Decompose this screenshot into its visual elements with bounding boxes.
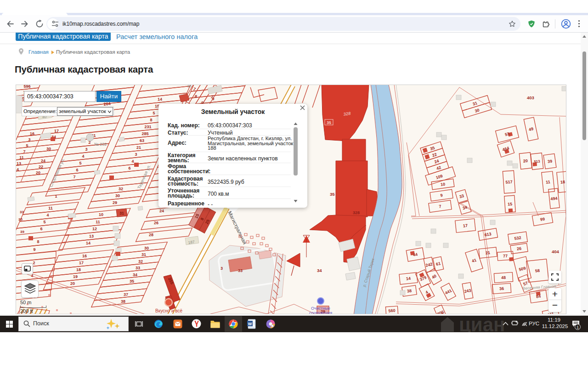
svg-text:6: 6 bbox=[40, 227, 42, 231]
svg-text:596: 596 bbox=[23, 85, 30, 89]
svg-text:11: 11 bbox=[96, 220, 100, 224]
svg-text:39: 39 bbox=[20, 230, 24, 234]
svg-text:31: 31 bbox=[119, 211, 124, 216]
svg-text:494: 494 bbox=[550, 196, 558, 201]
svg-text:21: 21 bbox=[486, 250, 491, 255]
svg-text:35: 35 bbox=[130, 279, 134, 284]
svg-text:285: 285 bbox=[141, 131, 148, 136]
svg-text:6: 6 bbox=[76, 168, 78, 172]
svg-text:39: 39 bbox=[547, 159, 552, 164]
svg-text:44: 44 bbox=[413, 252, 418, 257]
svg-text:35: 35 bbox=[18, 217, 23, 221]
svg-text:4: 4 bbox=[82, 154, 84, 159]
svg-text:2: 2 bbox=[33, 261, 35, 265]
svg-text:сооружения: сооружения bbox=[309, 311, 332, 314]
svg-text:32: 32 bbox=[119, 187, 123, 191]
svg-text:328: 328 bbox=[343, 111, 351, 117]
svg-text:10: 10 bbox=[99, 212, 103, 217]
svg-text:30: 30 bbox=[115, 193, 120, 198]
svg-text:12: 12 bbox=[92, 227, 97, 231]
svg-text:35: 35 bbox=[330, 192, 335, 197]
svg-text:Вкусно и всё: Вкусно и всё bbox=[155, 308, 182, 313]
svg-text:58: 58 bbox=[535, 268, 540, 273]
svg-text:5: 5 bbox=[153, 111, 155, 115]
svg-text:33: 33 bbox=[136, 266, 140, 270]
svg-text:34: 34 bbox=[317, 268, 322, 273]
svg-text:231: 231 bbox=[144, 125, 151, 129]
svg-text:31: 31 bbox=[141, 252, 146, 257]
svg-text:5: 5 bbox=[43, 220, 45, 224]
svg-text:77: 77 bbox=[503, 254, 508, 259]
svg-text:24: 24 bbox=[159, 209, 164, 213]
svg-text:26: 26 bbox=[516, 246, 521, 251]
svg-text:38: 38 bbox=[121, 299, 125, 304]
svg-text:3: 3 bbox=[220, 266, 223, 271]
svg-text:328: 328 bbox=[353, 210, 360, 215]
svg-text:187: 187 bbox=[188, 239, 195, 245]
svg-text:33: 33 bbox=[20, 210, 24, 214]
svg-text:1: 1 bbox=[55, 194, 57, 199]
svg-text:W: W bbox=[248, 322, 252, 326]
svg-text:403: 403 bbox=[527, 95, 534, 100]
svg-text:17: 17 bbox=[463, 223, 468, 228]
svg-text:Очистные: Очистные bbox=[311, 306, 330, 311]
svg-text:264: 264 bbox=[103, 101, 111, 107]
svg-text:38: 38 bbox=[407, 289, 412, 294]
svg-text:11: 11 bbox=[546, 180, 551, 185]
svg-text:14: 14 bbox=[406, 276, 411, 281]
svg-text:3: 3 bbox=[135, 152, 137, 157]
svg-text:34: 34 bbox=[133, 272, 137, 277]
svg-text:4: 4 bbox=[46, 213, 49, 217]
svg-text:28: 28 bbox=[149, 233, 153, 237]
svg-text:14: 14 bbox=[86, 241, 90, 245]
svg-text:3: 3 bbox=[85, 147, 87, 152]
svg-text:20: 20 bbox=[523, 159, 528, 164]
svg-text:5: 5 bbox=[79, 161, 81, 165]
svg-text:49: 49 bbox=[528, 126, 534, 132]
svg-text:35: 35 bbox=[327, 120, 331, 125]
svg-text:33: 33 bbox=[238, 268, 243, 273]
svg-text:8: 8 bbox=[150, 118, 152, 122]
svg-text:61: 61 bbox=[435, 261, 441, 267]
svg-text:29: 29 bbox=[113, 200, 117, 205]
svg-text:20: 20 bbox=[70, 281, 75, 286]
svg-text:63: 63 bbox=[140, 138, 144, 143]
svg-text:16: 16 bbox=[82, 254, 87, 258]
svg-text:15: 15 bbox=[508, 202, 513, 207]
svg-text:32: 32 bbox=[138, 259, 143, 264]
svg-text:18: 18 bbox=[76, 267, 81, 272]
svg-text:404: 404 bbox=[552, 249, 560, 254]
svg-text:30: 30 bbox=[144, 246, 149, 250]
svg-text:21: 21 bbox=[136, 145, 141, 150]
svg-text:8: 8 bbox=[37, 239, 39, 244]
svg-text:513: 513 bbox=[534, 159, 541, 164]
svg-text:циан: циан bbox=[459, 316, 505, 333]
svg-text:4: 4 bbox=[131, 159, 134, 164]
svg-text:517: 517 bbox=[505, 180, 513, 185]
svg-text:85: 85 bbox=[187, 85, 192, 88]
svg-text:37: 37 bbox=[124, 292, 128, 297]
svg-text:10: 10 bbox=[440, 182, 445, 187]
svg-text:36: 36 bbox=[499, 286, 504, 291]
svg-text:84: 84 bbox=[536, 294, 541, 299]
svg-text:17: 17 bbox=[79, 261, 84, 265]
svg-text:11: 11 bbox=[48, 206, 53, 210]
svg-text:13: 13 bbox=[89, 234, 94, 238]
svg-text:26: 26 bbox=[154, 221, 158, 225]
svg-text:18: 18 bbox=[560, 180, 565, 185]
svg-text:6: 6 bbox=[128, 166, 130, 170]
svg-text:99: 99 bbox=[540, 216, 545, 222]
svg-text:9: 9 bbox=[33, 247, 35, 252]
svg-text:№ 232: № 232 bbox=[94, 142, 107, 147]
svg-text:19: 19 bbox=[73, 274, 78, 279]
svg-text:14: 14 bbox=[158, 97, 162, 102]
svg-text:7: 7 bbox=[73, 175, 75, 179]
svg-text:532: 532 bbox=[514, 235, 521, 241]
svg-text:560: 560 bbox=[388, 308, 396, 313]
svg-text:48: 48 bbox=[501, 275, 506, 280]
